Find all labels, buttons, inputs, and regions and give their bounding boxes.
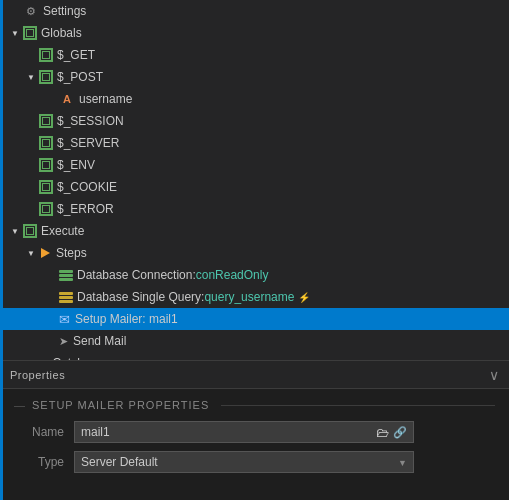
- arrow-none: [23, 47, 39, 63]
- tree-item-globals[interactable]: Globals: [3, 22, 509, 44]
- tree-label: $_SESSION: [57, 114, 124, 128]
- cube-icon: [23, 224, 37, 238]
- tree-item-catch[interactable]: ● Catch: [3, 352, 509, 360]
- arrow-expanded: [23, 245, 39, 261]
- tree-label: Database Single Query:: [77, 290, 204, 304]
- tree-label: $_ERROR: [57, 202, 114, 216]
- arrow-none: [7, 3, 23, 19]
- cube-icon: [39, 70, 53, 84]
- tree-item-cookie[interactable]: $_COOKIE: [3, 176, 509, 198]
- arrow-none: [23, 355, 39, 360]
- tree-label: Send Mail: [73, 334, 126, 348]
- arrow-none: [23, 201, 39, 217]
- tree-label: $_POST: [57, 70, 103, 84]
- tree-label: Settings: [43, 4, 86, 18]
- gear-icon: [23, 3, 39, 19]
- letter-a-icon: [59, 91, 75, 107]
- db-yellow-icon: [59, 292, 73, 303]
- tree-label: Execute: [41, 224, 84, 238]
- tree-item-setupmailer[interactable]: ✉ Setup Mailer: mail1: [3, 308, 509, 330]
- tree-label: username: [79, 92, 132, 106]
- arrow-none: [23, 179, 39, 195]
- properties-header: Properties: [0, 361, 509, 389]
- tree-item-error[interactable]: $_ERROR: [3, 198, 509, 220]
- arrow-none: [43, 289, 59, 305]
- arrow-none: [23, 113, 39, 129]
- folder-icon[interactable]: [376, 425, 389, 440]
- tree-item-server[interactable]: $_SERVER: [3, 132, 509, 154]
- tree-item-env[interactable]: $_ENV: [3, 154, 509, 176]
- properties-panel: Properties SETUP MAILER PROPERTIES Name …: [0, 360, 509, 500]
- play-icon: [41, 248, 50, 258]
- db-icon: [59, 270, 73, 281]
- envelope-icon: ✉: [59, 312, 70, 327]
- tree-item-settings[interactable]: Settings: [3, 0, 509, 22]
- tree-label: Database Connection:: [77, 268, 196, 282]
- app-container: Settings Globals $_GET $_POST: [0, 0, 509, 500]
- tree-item-steps[interactable]: Steps: [3, 242, 509, 264]
- link-icon[interactable]: [393, 425, 407, 440]
- arrow-expanded: [23, 69, 39, 85]
- prop-label-type: Type: [14, 455, 64, 469]
- prop-value-name[interactable]: mail1: [74, 421, 414, 443]
- tree-label: Setup Mailer: mail1: [75, 312, 178, 326]
- tree-item-sendmail[interactable]: ➤ Send Mail: [3, 330, 509, 352]
- cube-icon: [23, 26, 37, 40]
- arrow-none: [23, 157, 39, 173]
- properties-collapse-icon[interactable]: [489, 367, 499, 383]
- prop-row-name: Name mail1: [14, 421, 495, 443]
- cube-icon: [39, 136, 53, 150]
- arrow-none: [43, 311, 59, 327]
- arrow-none: [23, 135, 39, 151]
- section-title-text: SETUP MAILER PROPERTIES: [32, 399, 209, 411]
- tree-item-username[interactable]: username: [3, 88, 509, 110]
- exclaim-icon: ●: [39, 356, 47, 360]
- tree-label: Catch: [52, 356, 83, 360]
- arrow-none: [43, 333, 59, 349]
- tree-label-link: conReadOnly: [196, 268, 269, 282]
- arrow-none: [43, 267, 59, 283]
- prop-select-type[interactable]: Server Default: [74, 451, 414, 473]
- tree-item-post[interactable]: $_POST: [3, 66, 509, 88]
- tree-item-dbconn[interactable]: Database Connection: conReadOnly: [3, 264, 509, 286]
- tree-label: Steps: [56, 246, 87, 260]
- arrow-expanded: [7, 25, 23, 41]
- tree-label: $_SERVER: [57, 136, 119, 150]
- prop-row-type: Type Server Default: [14, 451, 495, 473]
- left-accent: [0, 0, 3, 500]
- tree-item-execute[interactable]: Execute: [3, 220, 509, 242]
- prop-label-name: Name: [14, 425, 64, 439]
- tree-label: $_COOKIE: [57, 180, 117, 194]
- arrow-none: [43, 91, 59, 107]
- cube-icon: [39, 114, 53, 128]
- prop-value-text-name: mail1: [81, 425, 364, 439]
- cube-icon: [39, 202, 53, 216]
- select-arrow-icon: [398, 455, 407, 469]
- tree-panel: Settings Globals $_GET $_POST: [0, 0, 509, 360]
- cube-icon: [39, 48, 53, 62]
- tree-item-get[interactable]: $_GET: [3, 44, 509, 66]
- arrow-expanded: [7, 223, 23, 239]
- tree-label: Globals: [41, 26, 82, 40]
- cube-icon: [39, 158, 53, 172]
- properties-content: SETUP MAILER PROPERTIES Name mail1 Type …: [0, 389, 509, 491]
- tree-item-session[interactable]: $_SESSION: [3, 110, 509, 132]
- tree-label: $_GET: [57, 48, 95, 62]
- prop-select-value-type: Server Default: [81, 455, 158, 469]
- tree-item-dbquery[interactable]: Database Single Query: query_username⚡: [3, 286, 509, 308]
- properties-title: Properties: [10, 369, 65, 381]
- section-title: SETUP MAILER PROPERTIES: [14, 399, 495, 411]
- tree-label: $_ENV: [57, 158, 95, 172]
- send-icon: ➤: [59, 335, 68, 348]
- cube-icon: [39, 180, 53, 194]
- prop-icons: [376, 425, 407, 440]
- tree-label-link: query_username: [204, 290, 294, 304]
- warn-icon: ⚡: [298, 292, 310, 303]
